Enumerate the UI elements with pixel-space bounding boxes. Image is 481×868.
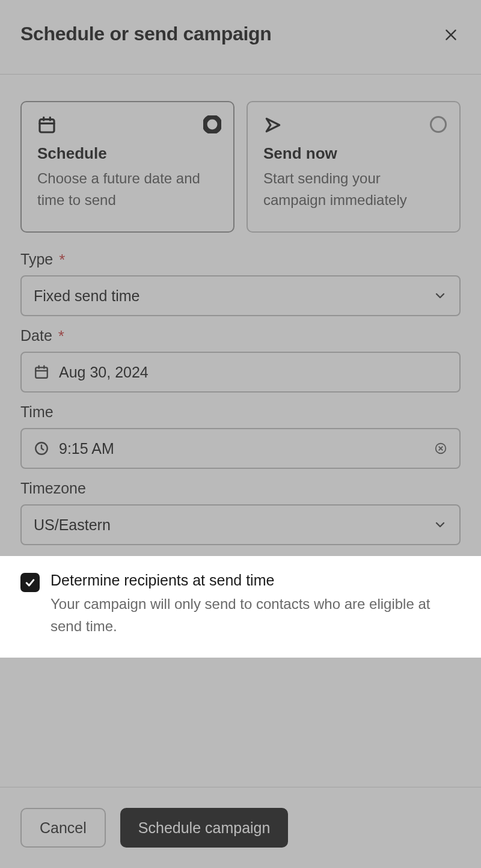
svg-point-7	[431, 117, 446, 132]
date-input[interactable]: Aug 30, 2024	[20, 352, 461, 393]
svg-point-6	[205, 117, 220, 132]
close-icon	[443, 27, 459, 43]
check-icon	[24, 576, 36, 588]
spacer	[0, 658, 481, 787]
chevron-down-icon	[433, 289, 447, 303]
time-input[interactable]: 9:15 AM	[20, 428, 461, 469]
send-mode-options: Schedule Choose a future date and time t…	[20, 101, 461, 233]
field-type-label: Type *	[20, 251, 461, 268]
label-text: Time	[20, 403, 54, 421]
clock-icon	[34, 441, 49, 456]
type-value: Fixed send time	[34, 287, 423, 305]
field-time-label: Time	[20, 403, 461, 421]
timezone-select[interactable]: US/Eastern	[20, 504, 461, 545]
determine-recipients-row: Determine recipients at send time Your c…	[0, 556, 481, 658]
chevron-down-icon	[433, 518, 447, 532]
field-type: Type * Fixed send time	[20, 251, 461, 316]
schedule-campaign-button[interactable]: Schedule campaign	[120, 808, 289, 848]
field-timezone: Timezone US/Eastern	[20, 480, 461, 545]
clear-button[interactable]	[434, 442, 447, 455]
label-text: Type	[20, 251, 53, 268]
svg-rect-2	[40, 120, 54, 132]
required-asterisk: *	[58, 328, 64, 344]
dialog-title: Schedule or send campaign	[20, 23, 272, 45]
close-button[interactable]	[441, 25, 461, 44]
send-icon	[263, 115, 283, 135]
calendar-icon	[34, 364, 49, 380]
option-schedule-desc: Choose a future date and time to send	[37, 168, 218, 211]
checkbox-label: Determine recipients at send time	[51, 572, 461, 589]
type-select[interactable]: Fixed send time	[20, 275, 461, 316]
field-date: Date * Aug 30, 2024	[20, 327, 461, 393]
schedule-dialog: Schedule or send campaign Schedule Choos…	[0, 0, 481, 868]
option-schedule[interactable]: Schedule Choose a future date and time t…	[20, 101, 234, 233]
checkbox-text: Determine recipients at send time Your c…	[51, 572, 461, 637]
label-text: Date	[20, 327, 52, 344]
timezone-value: US/Eastern	[34, 516, 423, 534]
calendar-icon	[37, 115, 57, 135]
field-date-label: Date *	[20, 327, 461, 344]
time-value: 9:15 AM	[59, 440, 424, 457]
option-send-now[interactable]: Send now Start sending your campaign imm…	[247, 101, 461, 233]
dialog-footer: Cancel Schedule campaign	[0, 787, 481, 868]
radio-unselected-icon	[429, 115, 446, 132]
field-timezone-label: Timezone	[20, 480, 461, 497]
clear-icon	[434, 442, 447, 455]
determine-recipients-checkbox[interactable]	[20, 573, 40, 592]
field-time: Time 9:15 AM	[20, 403, 461, 469]
label-text: Timezone	[20, 480, 86, 497]
radio-selected-icon	[203, 115, 220, 132]
option-sendnow-desc: Start sending your campaign immediately	[263, 168, 444, 211]
dialog-body: Schedule Choose a future date and time t…	[0, 75, 481, 556]
dialog-header: Schedule or send campaign	[0, 0, 481, 75]
date-value: Aug 30, 2024	[59, 364, 447, 381]
option-schedule-title: Schedule	[37, 144, 218, 163]
checkbox-help: Your campaign will only send to contacts…	[51, 593, 461, 637]
required-asterisk: *	[59, 252, 65, 267]
cancel-button[interactable]: Cancel	[20, 808, 106, 848]
svg-rect-8	[35, 367, 47, 377]
option-sendnow-title: Send now	[263, 144, 444, 163]
